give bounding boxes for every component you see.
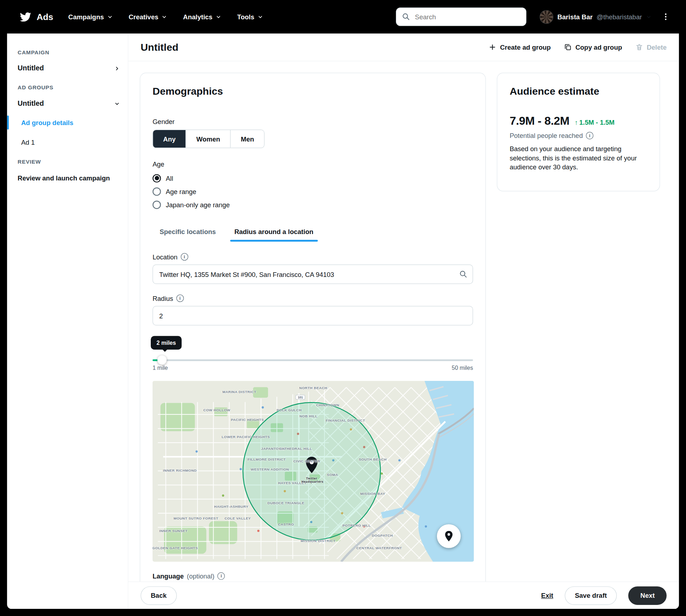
save-draft-button[interactable]: Save draft [565,586,617,605]
audience-description: Based on your audience and targeting sel… [509,145,647,172]
nav-campaigns-label: Campaigns [68,13,104,20]
trash-icon [635,43,643,51]
language-label-row: Language (optional) [153,572,473,580]
review-section-label: REVIEW [7,159,128,165]
audience-delta-value: 1.5M - 1.5M [579,119,615,126]
page-title: Untitled [141,41,179,53]
sidebar-item-review-launch[interactable]: Review and launch campaign [7,168,128,187]
brand[interactable]: Ads [19,11,53,23]
primary-nav: Campaigns Creatives Analytics Tools [68,13,263,20]
main-header: Untitled Create ad group Copy ad group D… [128,34,679,61]
search-input[interactable] [396,8,526,26]
info-icon[interactable] [218,572,225,580]
nav-creatives-label: Creatives [129,13,158,20]
create-ad-group-label: Create ad group [500,44,551,51]
map-canvas [153,381,474,562]
age-option-all[interactable]: All [153,172,473,185]
app: Ads Campaigns Creatives Analytics Tools [0,0,686,616]
location-input[interactable] [153,264,473,284]
age-japan-label: Japan-only age range [166,201,230,208]
audience-estimate-card: Audience estimate 7.9M - 8.2M 1.5M - 1.5… [497,73,660,192]
nav-campaigns[interactable]: Campaigns [68,13,113,20]
create-ad-group-button[interactable]: Create ad group [488,43,551,51]
radio-icon [153,187,161,195]
account-handle: @thebaristabar [597,13,642,20]
demographics-title: Demographics [153,85,473,97]
info-icon[interactable] [181,253,188,260]
slider-tooltip: 2 miles [151,336,182,349]
sidebar-item-ad-1[interactable]: Ad 1 [7,132,128,151]
slider-min-label: 1 mile [153,364,168,371]
age-all-label: All [166,174,173,182]
age-label: Age [153,160,473,168]
slider-thumb[interactable] [157,356,166,365]
tab-radius-around-location[interactable]: Radius around a location [227,223,320,241]
next-button[interactable]: Next [628,586,667,605]
sidebar-item-ad-group[interactable]: Untitled [7,94,128,113]
exit-button[interactable]: Exit [541,592,553,599]
tab-specific-locations[interactable]: Specific locations [153,223,223,241]
avatar [540,10,553,24]
gender-segmented-control: Any Women Men [153,130,265,148]
location-input-wrap [153,264,473,284]
top-nav: Ads Campaigns Creatives Analytics Tools [0,0,686,34]
ad-groups-section-label: AD GROUPS [7,85,128,91]
chevron-down-icon [107,14,113,20]
copy-ad-group-button[interactable]: Copy ad group [564,43,622,51]
search-box [396,8,526,26]
brand-name: Ads [36,12,53,22]
gender-label: Gender [153,118,473,125]
radius-input-wrap [153,306,473,325]
content: CAMPAIGN Untitled AD GROUPS Untitled Ad … [7,34,679,609]
main-scroll: Demographics Gender Any Women Men Age Al… [128,61,679,609]
age-option-range[interactable]: Age range [153,185,473,198]
overflow-menu-icon[interactable] [661,13,670,21]
audience-title: Audience estimate [509,85,647,97]
account-name: Barista Bar [557,13,593,20]
info-icon[interactable] [176,294,184,302]
age-option-japan[interactable]: Japan-only age range [153,198,473,211]
main: Untitled Create ad group Copy ad group D… [128,34,679,609]
nav-analytics[interactable]: Analytics [183,13,221,20]
gender-any-button[interactable]: Any [153,130,186,148]
delete-label: Delete [647,44,667,51]
radio-checked-icon [153,174,161,182]
search-icon [402,13,410,21]
campaign-section-label: CAMPAIGN [7,49,128,55]
copy-icon [564,43,572,51]
gender-men-button[interactable]: Men [230,130,264,148]
sidebar-item-ad-group-details[interactable]: Ad group details [7,113,128,132]
nav-analytics-label: Analytics [183,13,212,20]
age-range-label: Age range [166,188,196,195]
chevron-down-icon [161,14,167,20]
location-tabs: Specific locations Radius around a locat… [153,223,473,241]
audience-subtitle-row: Potential people reached [509,132,647,139]
audience-delta: 1.5M - 1.5M [575,119,615,126]
audience-range: 7.9M - 8.2M [509,114,569,128]
delete-button[interactable]: Delete [635,43,667,51]
ad-1-label: Ad 1 [21,138,35,146]
nav-tools[interactable]: Tools [237,13,263,20]
chevron-down-icon [257,14,263,20]
tab-specific-locations-label: Specific locations [160,228,216,235]
radius-slider[interactable] [153,359,473,361]
chevron-down-icon [215,14,221,20]
arrow-up-icon [575,119,578,126]
slider-max-label: 50 miles [452,364,473,371]
sidebar-item-campaign[interactable]: Untitled [7,59,128,78]
info-icon[interactable] [586,132,593,139]
chevron-down-icon [114,101,120,106]
back-button[interactable]: Back [141,586,177,605]
ad-group-name: Untitled [18,100,44,108]
demographics-card: Demographics Gender Any Women Men Age Al… [140,73,486,609]
map-pin-button[interactable] [437,524,461,548]
plus-icon [488,43,496,51]
account-menu[interactable]: Barista Bar @thebaristabar [540,10,652,24]
header-actions: Create ad group Copy ad group Delete [488,43,666,51]
radius-label-row: Radius [153,294,473,302]
nav-creatives[interactable]: Creatives [129,13,167,20]
radius-input[interactable] [153,306,473,325]
gender-women-button[interactable]: Women [186,130,230,148]
location-map[interactable]: MARINA DISTRICTNORTH BEACHCOW HOLLOWPACI… [153,381,474,562]
nav-tools-label: Tools [237,13,254,20]
